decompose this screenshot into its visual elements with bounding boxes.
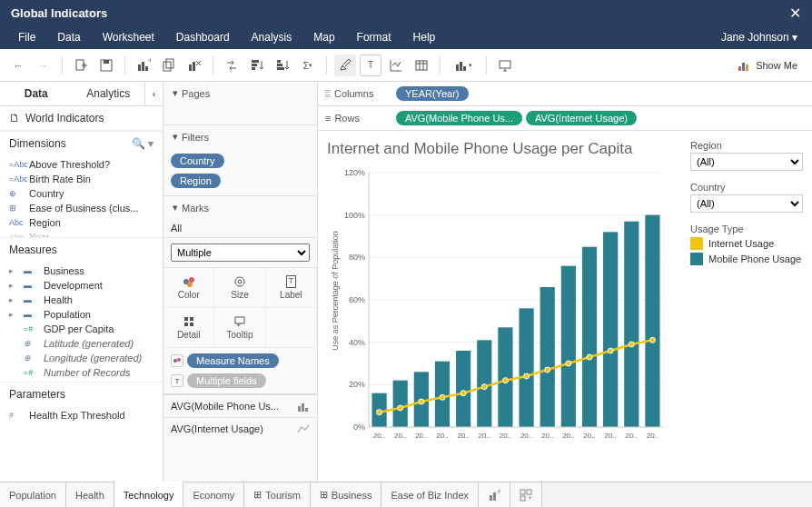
column-pill-year[interactable]: YEAR(Year) [396, 86, 469, 101]
svg-rect-48 [305, 408, 308, 412]
dim-country[interactable]: ⊕Country [0, 186, 163, 201]
dim-birth-rate-bin[interactable]: =AbcBirth Rate Bin [0, 172, 163, 186]
dim-above-threshold[interactable]: =AbcAbove Threshold? [0, 157, 163, 172]
pill-measure-names[interactable]: Measure Names [187, 353, 279, 368]
dim-year[interactable]: AbcYear [0, 230, 163, 237]
marks-detail[interactable]: Detail [163, 308, 214, 348]
meas-gdp[interactable]: =#GDP per Capita [0, 322, 163, 336]
tab-business[interactable]: ⊞Business [311, 482, 382, 507]
new-datasource-button[interactable] [70, 55, 92, 76]
fit-button[interactable]: ▾ [448, 55, 479, 76]
svg-rect-77 [645, 215, 659, 427]
canvas: ⦙⦙⦙Columns YEAR(Year) ≡Rows AVG(Mobile P… [318, 82, 812, 482]
duplicate-button[interactable] [158, 55, 180, 76]
sort-asc-button[interactable] [246, 55, 268, 76]
tab-tourism[interactable]: ⊞Tourism [244, 482, 311, 507]
menu-map[interactable]: Map [302, 31, 345, 44]
dim-ease-biz[interactable]: ⊞Ease of Business (clus... [0, 201, 163, 215]
label-button[interactable]: T [360, 55, 381, 76]
menu-file[interactable]: File [7, 31, 46, 44]
tab-technology[interactable]: Technology [114, 482, 184, 507]
country-filter-select[interactable]: (All) [690, 194, 803, 213]
legend-internet[interactable]: Internet Usage [690, 237, 803, 250]
meas-numrecords[interactable]: =#Number of Records [0, 365, 163, 380]
region-filter-select[interactable]: (All) [690, 153, 803, 171]
legend-mobile[interactable]: Mobile Phone Usage [690, 253, 803, 265]
svg-point-104 [629, 342, 634, 347]
presentation-button[interactable] [494, 55, 516, 76]
new-worksheet-button[interactable]: + [133, 55, 154, 76]
menu-analysis[interactable]: Analysis [241, 31, 303, 44]
menu-format[interactable]: Format [346, 31, 402, 44]
tab-health[interactable]: Health [66, 482, 114, 507]
meas-population[interactable]: ▸▬Population [0, 307, 163, 322]
filter-pill-country[interactable]: Country [171, 154, 224, 168]
svg-text:20..: 20.. [647, 432, 659, 440]
marks-shelf-header: ▾Marks [163, 196, 317, 219]
datasource-row[interactable]: 🗋 World Indicators [0, 106, 163, 131]
marks-color[interactable]: Color [163, 268, 214, 308]
swap-button[interactable] [221, 55, 243, 76]
meas-longitude[interactable]: ⊕Longitude (generated) [0, 351, 163, 365]
menu-help[interactable]: Help [402, 31, 447, 44]
svg-point-105 [649, 337, 655, 343]
marks-all[interactable]: All [163, 219, 317, 238]
search-icon[interactable]: 🔍 ▾ [132, 137, 153, 150]
svg-point-99 [524, 373, 530, 379]
highlight-button[interactable] [334, 55, 356, 76]
agg-mobile[interactable]: AVG(Mobile Phone Us... [163, 394, 317, 417]
svg-text:20..: 20.. [479, 432, 490, 440]
close-icon[interactable]: ✕ [789, 5, 801, 22]
totals-button[interactable]: Σ▾ [297, 55, 319, 76]
filters-shelf[interactable]: Country Region [163, 148, 317, 195]
meas-latitude[interactable]: ⊕Latitude (generated) [0, 336, 163, 351]
row-pill-mobile[interactable]: AVG(Mobile Phone Us... [396, 111, 522, 125]
new-dashboard-button[interactable]: + [510, 482, 542, 507]
tab-ease[interactable]: Ease of Biz Index [381, 482, 479, 507]
menu-dashboard[interactable]: Dashboard [165, 31, 241, 44]
menu-data[interactable]: Data [46, 31, 91, 44]
menu-worksheet[interactable]: Worksheet [92, 31, 165, 44]
meas-business[interactable]: ▸▬Business [0, 263, 163, 278]
chart[interactable]: Use as Percentage of Population0%20%40%6… [327, 164, 672, 454]
tab-economy[interactable]: Economy [183, 482, 244, 507]
user-menu[interactable]: Jane Johnson ▾ [714, 31, 805, 44]
collapse-sidebar-icon[interactable]: ‹ [144, 82, 163, 105]
save-button[interactable] [95, 55, 117, 76]
svg-rect-31 [738, 66, 741, 71]
svg-point-92 [377, 410, 382, 415]
datasource-name: World Indicators [25, 112, 104, 124]
param-health-exp[interactable]: #Health Exp Threshold [0, 408, 163, 422]
forecast-button[interactable] [411, 55, 432, 76]
meas-health[interactable]: ▸▬Health [0, 293, 163, 307]
clear-button[interactable] [183, 55, 205, 76]
svg-rect-71 [519, 308, 533, 427]
fix-axis-button[interactable] [385, 55, 407, 76]
row-pill-internet[interactable]: AVG(Internet Usage) [526, 111, 637, 125]
redo-button[interactable]: → [33, 55, 54, 76]
meas-development[interactable]: ▸▬Development [0, 278, 163, 293]
svg-point-38 [238, 280, 242, 283]
sort-desc-button[interactable] [272, 55, 293, 76]
tab-population[interactable]: Population [0, 482, 66, 507]
new-sheet-button[interactable]: + [479, 482, 510, 507]
svg-text:40%: 40% [349, 338, 365, 347]
dim-region[interactable]: AbcRegion [0, 215, 163, 230]
agg-internet[interactable]: AVG(Internet Usage) [163, 417, 317, 440]
marks-label[interactable]: TLabel [266, 268, 317, 308]
undo-button[interactable]: ← [7, 55, 29, 76]
tab-data[interactable]: Data [0, 82, 73, 105]
svg-rect-15 [252, 67, 255, 70]
tab-analytics[interactable]: Analytics [73, 82, 145, 105]
showme-button[interactable]: Show Me [730, 59, 805, 72]
marks-type-select[interactable]: Multiple [171, 244, 310, 262]
columns-label: ⦙⦙⦙Columns [325, 88, 389, 100]
marks-tooltip[interactable]: Tooltip [214, 308, 265, 348]
pages-shelf[interactable] [163, 104, 317, 124]
svg-text:20..: 20.. [415, 432, 427, 440]
marks-size[interactable]: Size [214, 268, 265, 308]
pill-multiple-fields[interactable]: Multiple fields [187, 373, 266, 388]
filter-pill-region[interactable]: Region [171, 174, 221, 188]
toolbar: ← → + Σ▾ T ▾ Show Me [0, 49, 812, 82]
svg-rect-42 [190, 323, 193, 326]
